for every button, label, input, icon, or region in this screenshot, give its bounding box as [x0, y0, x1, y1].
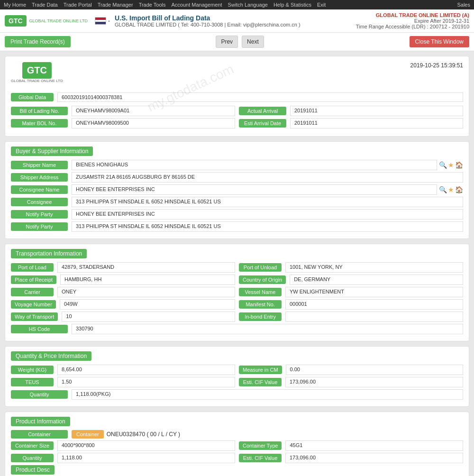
shipper-address-row: Shipper Address ZUSAMSTR 21A 86165 AUGSB…	[11, 172, 463, 183]
nav-exit[interactable]: Exit	[317, 2, 326, 8]
esti-arrival-value: 20191011	[290, 118, 463, 128]
esti-cif-label: Esti. CIF Value	[239, 378, 282, 386]
actual-arrival-value: 20191011	[290, 106, 463, 116]
port-load-label: Port of Load	[11, 263, 54, 272]
print-button-top[interactable]: Print Trade Record(s)	[5, 36, 71, 47]
nav-tradedata[interactable]: Trade Data	[32, 2, 58, 8]
prod-esti-cif-group: Esti. CIF Value 173,096.00	[239, 453, 463, 463]
weight-value: 8,654.00	[57, 365, 235, 375]
manifest-label: Manifest No.	[239, 300, 282, 309]
container-size-label: Container Size	[11, 441, 54, 450]
nav-account[interactable]: Account Management	[172, 2, 222, 8]
consignee-value: 313 PHILIPPA ST HINSDALE IL 6052 HINSDAL…	[72, 197, 463, 207]
bol-label: Bill of Lading No.	[11, 107, 68, 115]
notify-party-value1: HONEY BEE ENTERPRISES INC	[72, 209, 463, 220]
prod-qty-group: Quantity 1,118.00	[11, 453, 235, 463]
consignee-icons: 🔍 ★ 🏠	[439, 186, 463, 193]
nav-language[interactable]: Switch Language	[228, 2, 268, 8]
inbond-group: In-bond Entry	[239, 311, 463, 322]
nav-trademanager[interactable]: Trade Manager	[98, 2, 133, 8]
port-unload-group: Port of Unload 1001, NEW YORK, NY	[239, 262, 463, 273]
consignee-search-icon[interactable]: 🔍	[439, 186, 447, 193]
container-type-label: Container Type	[239, 441, 282, 450]
actual-arrival-label: Actual Arrival	[239, 107, 286, 115]
prev-button-top[interactable]: Prev	[216, 36, 238, 48]
way-transport-group: Way of Transport 10	[11, 311, 235, 322]
country-origin-value: DE, GERMANY	[290, 275, 463, 285]
master-bol-value: ONEYHAMV98009500	[72, 118, 235, 128]
card-header: GTC GLOBAL TRADE ONLINE LTD 2019-10-25 1…	[11, 62, 463, 87]
carrier-group: Carrier ONEY	[11, 287, 235, 297]
master-bol-row: Mater BOL No. ONEYHAMV98009500 Esti Arri…	[11, 118, 463, 128]
us-flag-icon	[95, 17, 106, 25]
flag-area: -	[95, 17, 110, 25]
port-load-value: 42879, STADERSAND	[57, 262, 235, 273]
card-logo-icon: GTC	[22, 62, 52, 79]
voyage-manifest-row: Voyage Number 049W Manifest No. 000001	[11, 299, 463, 310]
global-data-label: Global Data	[11, 93, 54, 101]
star-icon[interactable]: ★	[448, 161, 454, 169]
transport-inbond-row: Way of Transport 10 In-bond Entry	[11, 311, 463, 322]
notify-party-row2: Notify Party 313 PHILIPPA ST HINSDALE IL…	[11, 221, 463, 232]
consignee-name-value-area: HONEY BEE ENTERPRISES INC 🔍 ★ 🏠	[72, 184, 463, 195]
shipper-name-row: Shipper Name BIENES HONIGHAUS 🔍 ★ 🏠	[11, 160, 463, 170]
nav-tradetools[interactable]: Trade Tools	[139, 2, 166, 8]
consignee-star-icon[interactable]: ★	[448, 186, 454, 193]
card-timestamp: 2019-10-25 15:39:51	[410, 62, 463, 69]
notify-party-label2: Notify Party	[11, 222, 68, 231]
container-size-group: Container Size 4000*900*800	[11, 440, 235, 451]
voyage-group: Voyage Number 049W	[11, 299, 235, 310]
transportation-header: Transportation Information	[11, 249, 87, 258]
actual-arrival-group: Actual Arrival 20191011	[239, 106, 463, 116]
header-bar: GTC GLOBAL TRADE ONLINE LTD - U.S. Impor…	[0, 9, 474, 33]
main-card: my.gtodata.com GTC GLOBAL TRADE ONLINE L…	[5, 56, 469, 137]
carrier-value: ONEY	[57, 287, 235, 297]
port-load-group: Port of Load 42879, STADERSAND	[11, 262, 235, 273]
flag-separator: -	[108, 18, 110, 24]
prod-qty-value: 1,118.00	[57, 453, 235, 463]
consignee-name-value: HONEY BEE ENTERPRISES INC	[72, 184, 437, 195]
weight-measure-row: Weight (KG) 8,654.00 Measure in CM 0.00	[11, 365, 463, 375]
card-logo-subtext: GLOBAL TRADE ONLINE LTD	[11, 79, 63, 83]
logo-subtitle: GLOBAL TRADE ONLINE LTD	[29, 18, 88, 24]
search-icon[interactable]: 🔍	[439, 161, 447, 169]
nav-help[interactable]: Help & Statistics	[273, 2, 311, 8]
home-icon[interactable]: 🏠	[455, 161, 463, 169]
shipper-address-value: ZUSAMSTR 21A 86165 AUGSBURG BY 86165 DE	[72, 172, 463, 183]
consignee-home-icon[interactable]: 🏠	[455, 186, 463, 193]
teus-cif-row: TEUS 1.50 Esti. CIF Value 173,096.00	[11, 377, 463, 387]
port-row: Port of Load 42879, STADERSAND Port of U…	[11, 262, 463, 273]
place-receipt-label: Place of Receipt	[11, 275, 56, 284]
way-transport-label: Way of Transport	[11, 312, 58, 321]
next-button-top[interactable]: Next	[242, 36, 264, 48]
close-button-top[interactable]: Close This Window	[410, 36, 469, 47]
container-row: Container Container ONEU0328470 ( 00 / L…	[11, 430, 463, 439]
hs-code-label: HS Code	[11, 325, 68, 333]
nav-sales[interactable]: Sales	[457, 2, 470, 8]
bol-group: Bill of Lading No. ONEYHAMV98009A01	[11, 106, 235, 116]
quantity-row: Quantity 1,118.00(PKG)	[11, 389, 463, 400]
vessel-group: Vessel Name YW ENLIGHTENMENT	[239, 287, 463, 297]
transportation-section: Transportation Information Port of Load …	[5, 244, 469, 341]
manifest-value: 000001	[285, 299, 463, 310]
quantity-value: 1,118.00(PKG)	[72, 389, 463, 400]
port-unload-label: Port of Unload	[239, 263, 282, 272]
card-logo-image: GTC	[22, 62, 52, 79]
country-origin-label: Country of Origin	[239, 275, 286, 284]
place-receipt-group: Place of Receipt HAMBURG, HH	[11, 275, 235, 285]
esti-arrival-group: Esti Arrival Date 20191011	[239, 118, 463, 128]
card-logo: GTC GLOBAL TRADE ONLINE LTD	[11, 62, 63, 83]
measure-group: Measure in CM 0.00	[239, 365, 463, 375]
account-info: GLOBAL TRADE ONLINE LIMITED (A) Expire A…	[356, 12, 469, 29]
container-value: ONEU0328470 ( 00 / L / CY )	[107, 431, 180, 438]
shipper-icons: 🔍 ★ 🏠	[439, 161, 463, 169]
esti-cif-group: Esti. CIF Value 173,096.00	[239, 377, 463, 387]
nav-myhome[interactable]: My Home	[4, 2, 26, 8]
weight-group: Weight (KG) 8,654.00	[11, 365, 235, 375]
container-badge[interactable]: Container	[72, 430, 104, 439]
prod-esti-cif-label: Esti. CIF Value	[239, 454, 282, 462]
bol-value: ONEYHAMV98009A01	[72, 106, 235, 116]
inbond-label: In-bond Entry	[239, 312, 282, 321]
nav-tradeportal[interactable]: Trade Portal	[64, 2, 92, 8]
product-desc-section: Product Desc COSMETIC LOTION, COSMETIC B…	[11, 465, 463, 476]
